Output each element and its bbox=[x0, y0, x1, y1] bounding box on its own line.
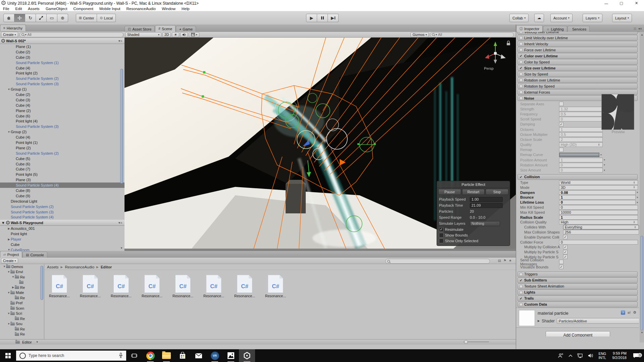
taskbar-search-input[interactable]: Type here to search bbox=[16, 351, 126, 361]
favorites-icon[interactable]: ★ bbox=[509, 259, 512, 262]
hierarchy-item[interactable]: Sound Particle System (2) bbox=[0, 151, 125, 156]
module-header-collision[interactable]: ✓ Collision bbox=[517, 174, 638, 180]
material-foldout-icon[interactable]: ▶ bbox=[538, 319, 540, 322]
hierarchy-item[interactable]: Point light (4) bbox=[0, 118, 125, 124]
pfx-button-stop[interactable]: Stop bbox=[486, 189, 508, 195]
value-field[interactable]: 0 bbox=[559, 240, 638, 245]
project-tree-item[interactable]: Re bbox=[0, 326, 44, 332]
value-field[interactable]: 0.5 bbox=[559, 132, 603, 137]
search-by-type-icon[interactable]: ▤ bbox=[498, 259, 501, 262]
tab-hierarchy[interactable]: ≡Hierarchy bbox=[0, 24, 26, 31]
hierarchy-item[interactable]: Cube (4) bbox=[0, 135, 125, 140]
scroll-up-icon[interactable]: ▲ bbox=[641, 33, 643, 36]
step-button[interactable]: ▶ bbox=[328, 14, 339, 22]
module-header-color-by-speed[interactable]: Color by Speed bbox=[517, 59, 638, 65]
value-field[interactable]: 1 bbox=[559, 195, 636, 200]
project-tree-item[interactable]: Scen bbox=[0, 306, 44, 311]
pfx-checkbox-row[interactable]: ✓Resimulate bbox=[437, 226, 510, 232]
play-button[interactable]: ▶ bbox=[306, 14, 317, 22]
menu-item-help[interactable]: Help bbox=[179, 7, 193, 11]
pfx-button-restart[interactable]: Restart bbox=[462, 189, 485, 195]
gear-icon[interactable]: ⚙ bbox=[633, 310, 636, 315]
search-by-label-icon[interactable]: ⚑ bbox=[503, 259, 506, 262]
hierarchy-item[interactable]: Point light (1) bbox=[0, 140, 125, 145]
pfx-value-field[interactable]: 21.09 bbox=[470, 203, 503, 208]
taskbar-app-file-explorer[interactable] bbox=[158, 349, 175, 362]
module-header-triggers[interactable]: Triggers bbox=[517, 271, 638, 277]
menu-item-file[interactable]: File bbox=[0, 7, 12, 11]
menu-item-window[interactable]: Window bbox=[159, 7, 179, 11]
account-button[interactable]: Account▾ bbox=[550, 14, 573, 22]
module-checkbox[interactable] bbox=[519, 32, 523, 34]
project-tree-item[interactable]: Re bbox=[0, 316, 44, 321]
hierarchy-item[interactable]: ▶Player bbox=[0, 237, 125, 242]
hierarchy-item[interactable]: Cube (2) bbox=[0, 49, 125, 55]
module-header-velocity-over-lifetime[interactable]: Velocity over Lifetime bbox=[517, 32, 638, 35]
value-field[interactable]: 0.08 bbox=[559, 190, 636, 195]
module-checkbox[interactable]: ✓ bbox=[519, 175, 523, 179]
menu-item-assets[interactable]: Assets bbox=[25, 7, 43, 11]
hierarchy-item[interactable]: Cube (4) bbox=[0, 103, 125, 108]
module-header-trails[interactable]: ✓Trails bbox=[517, 296, 638, 301]
project-tree-item[interactable]: Pref bbox=[0, 301, 44, 306]
help-icon[interactable]: ? bbox=[621, 310, 625, 315]
audio-toggle-button[interactable] bbox=[180, 32, 188, 37]
hierarchy-create-button[interactable]: Create▾ bbox=[1, 32, 18, 37]
module-header-color-over-lifetime[interactable]: ✓Color over Lifetime bbox=[517, 53, 638, 59]
module-checkbox[interactable] bbox=[519, 60, 523, 64]
script-asset[interactable]: C#Resonance... bbox=[234, 275, 255, 298]
module-checkbox[interactable] bbox=[519, 48, 523, 52]
pfx-checkbox-row[interactable]: Show Bounds bbox=[437, 232, 510, 238]
module-checkbox[interactable] bbox=[519, 42, 523, 46]
hierarchy-item[interactable]: Plane (3) bbox=[0, 177, 125, 183]
hierarchy-item[interactable]: Cube (8) bbox=[0, 188, 125, 193]
hierarchy-search-input[interactable]: ▾ All bbox=[19, 32, 123, 37]
module-header-limit-velocity-over-lifetime[interactable]: Limit Velocity over Lifetime bbox=[517, 35, 638, 41]
script-asset[interactable]: C#Resonance... bbox=[203, 275, 224, 298]
icon-zoom-slider[interactable] bbox=[463, 342, 489, 342]
module-checkbox[interactable] bbox=[519, 78, 523, 82]
material-thumbnail[interactable] bbox=[519, 310, 535, 326]
script-asset[interactable]: C#Resonance... bbox=[265, 275, 286, 298]
tab-services[interactable]: Services bbox=[567, 26, 590, 32]
scene-header[interactable]: Wall-S 002*▾≡ bbox=[0, 38, 125, 44]
module-checkbox[interactable] bbox=[519, 285, 523, 288]
hierarchy-item[interactable]: Plane (2) bbox=[0, 108, 125, 113]
module-header-size-by-speed[interactable]: Size by Speed bbox=[517, 71, 638, 77]
hierarchy-item[interactable]: Sound Particle System (3) bbox=[0, 209, 125, 215]
scroll-down-icon[interactable]: ▼ bbox=[36, 341, 39, 344]
module-header-custom-data[interactable]: Custom Data bbox=[517, 302, 638, 307]
hierarchy-item[interactable]: Point light (5) bbox=[0, 172, 125, 177]
tab-game[interactable]: ◕Game bbox=[176, 26, 196, 32]
value-field[interactable]: World⇕ bbox=[559, 180, 638, 185]
language-indicator[interactable]: ENG INTL bbox=[596, 352, 609, 360]
module-checkbox[interactable] bbox=[519, 272, 523, 276]
scene-header[interactable]: ▼Wall-S Playground▾≡ bbox=[0, 220, 125, 226]
module-header-sub-emitters[interactable]: ✓Sub Emitters bbox=[517, 277, 638, 283]
value-field[interactable]: 0.5 bbox=[559, 112, 603, 116]
pivot-toggle-button[interactable]: ⊞ Center bbox=[76, 14, 97, 22]
module-header-size-over-lifetime[interactable]: ✓Size over Lifetime bbox=[517, 65, 638, 71]
microphone-icon[interactable] bbox=[119, 353, 123, 359]
value-field[interactable]: High⇕ bbox=[559, 220, 638, 224]
value-field[interactable]: 256 bbox=[563, 230, 639, 235]
value-field[interactable]: 0 bbox=[559, 163, 603, 167]
cloud-button[interactable]: ☁ bbox=[534, 14, 544, 22]
pfx-value-field[interactable]: 1.00 bbox=[470, 197, 503, 202]
value-field[interactable]: High (3D)⇕ bbox=[559, 142, 603, 147]
tab-scene[interactable]: #Scene bbox=[155, 25, 176, 32]
pfx-checkbox-row[interactable]: Show Only Selected bbox=[437, 238, 510, 244]
module-header-force-over-lifetime[interactable]: Force over Lifetime bbox=[517, 47, 638, 53]
inspector-scrollbar[interactable] bbox=[640, 236, 643, 330]
draw-mode-dropdown[interactable]: Shaded▾ bbox=[125, 32, 161, 37]
hierarchy-item[interactable]: Cube (5) bbox=[0, 156, 125, 161]
value-field[interactable]: 0 bbox=[559, 200, 636, 205]
zoom-slider-thumb[interactable] bbox=[464, 340, 468, 344]
hierarchy-item[interactable]: Sound Particle System (4) bbox=[0, 215, 125, 220]
scroll-down-icon[interactable]: ▼ bbox=[120, 247, 123, 250]
rotate-tool-button[interactable]: ↻ bbox=[25, 14, 36, 22]
value-field[interactable]: 0 bbox=[559, 205, 638, 210]
hierarchy-item[interactable]: Cube (4) bbox=[0, 65, 125, 71]
hierarchy-item[interactable]: ▼CubeRoom bbox=[0, 247, 125, 251]
hierarchy-item[interactable]: Sound Particle System (3) bbox=[0, 124, 125, 129]
